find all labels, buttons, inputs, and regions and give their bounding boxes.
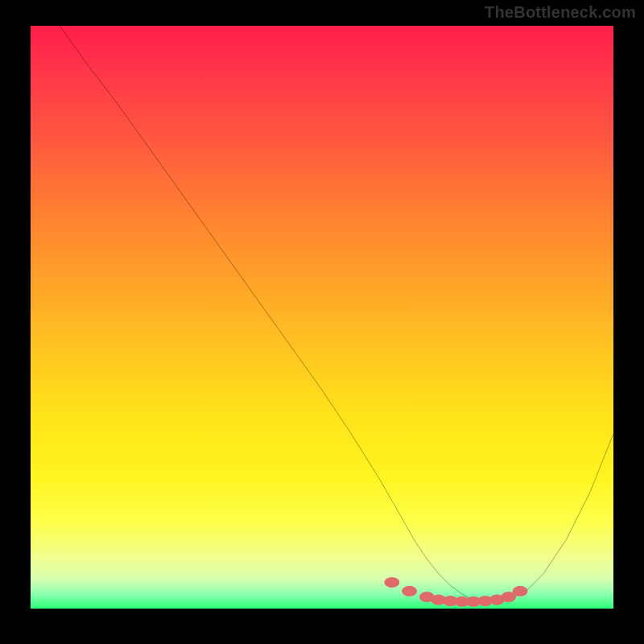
plot-area (31, 26, 613, 609)
chart-frame: TheBottleneck.com (0, 0, 644, 644)
watermark-text: TheBottleneck.com (485, 3, 636, 22)
highlight-dot (513, 586, 528, 597)
chart-svg (31, 26, 613, 609)
curve-path (60, 26, 613, 603)
highlight-dot (384, 577, 399, 588)
highlight-dot (402, 586, 417, 597)
marker-group (384, 577, 527, 607)
